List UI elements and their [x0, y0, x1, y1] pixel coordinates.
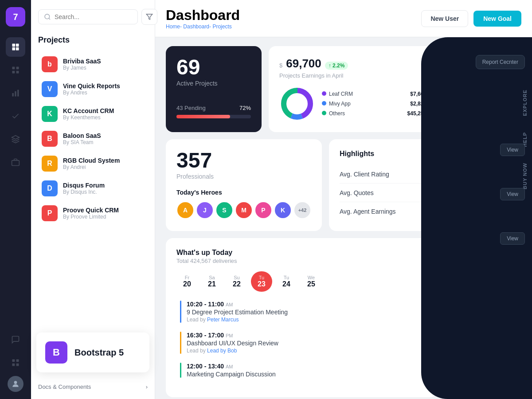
cal-day-21[interactable]: Sa 21: [201, 271, 223, 292]
vtab-explore[interactable]: Explore: [518, 82, 532, 124]
svg-rect-0: [12, 44, 16, 47]
event-lead-link-2[interactable]: Lead by Bob: [207, 348, 237, 354]
project-name: Baloon SaaS: [63, 132, 101, 139]
left-navigation: 7: [0, 0, 31, 399]
nav-icon-check[interactable]: [6, 106, 25, 126]
nav-icon-dashboard[interactable]: [6, 37, 25, 57]
event-bar-1: [180, 301, 181, 323]
project-info: Disqus Forum By Disqus Inc.: [63, 182, 105, 195]
project-icon: K: [42, 106, 58, 122]
new-goal-button[interactable]: New Goal: [473, 11, 521, 27]
heroes-label: Today's Heroes: [176, 189, 311, 196]
active-projects-label: Active Projects: [176, 80, 251, 87]
project-item[interactable]: b Briviba SaaS By James: [38, 52, 148, 77]
search-input[interactable]: [55, 13, 132, 20]
search-bar[interactable]: [38, 9, 138, 24]
cal-day-23-active[interactable]: Tu 23: [251, 271, 272, 292]
svg-rect-7: [16, 71, 19, 74]
project-by: By Andrei: [63, 164, 120, 170]
svg-point-18: [45, 14, 50, 19]
project-name: Briviba SaaS: [63, 58, 101, 65]
event-details-2: 16:30 - 17:00 PM Dashboard UI/UX Design …: [187, 332, 278, 354]
today-card: What's up Today Total 424,567 deliveries…: [166, 238, 437, 397]
content-area: 69 Active Projects 43 Pending 72%: [155, 37, 448, 399]
new-user-button[interactable]: New User: [421, 10, 468, 27]
project-name: RGB Cloud System: [63, 157, 120, 164]
cal-day-20[interactable]: Fr 20: [176, 271, 198, 292]
project-info: KC Account CRM By Keenthemes: [63, 107, 114, 121]
earnings-card: $ 69,700 ↑ 2.2% Projects Earnings in Apr…: [269, 46, 437, 132]
project-item[interactable]: B Baloon SaaS By SIA Team: [38, 126, 148, 151]
breadcrumb-text: Home- Dashboard- Projects: [166, 23, 232, 30]
svg-rect-14: [16, 360, 19, 362]
project-item[interactable]: D Disqus Forum By Disqus Inc.: [38, 176, 148, 201]
event-time-1: 10:20 - 11:00 AM: [187, 301, 288, 308]
project-icon: P: [42, 205, 58, 221]
nav-icon-layers[interactable]: [6, 129, 25, 149]
view-button-2[interactable]: View: [500, 188, 525, 200]
hero-avatar: K: [274, 201, 292, 219]
report-center-button[interactable]: Report Cecnter: [476, 55, 525, 69]
main-area: Dashboard Home- Dashboard- Projects New …: [155, 0, 532, 399]
view-button-1[interactable]: View: [500, 144, 525, 156]
nav-bottom-section: [6, 330, 25, 392]
event-item-3: 12:00 - 13:40 AM Marketing Campaign Disc…: [176, 363, 426, 378]
project-item[interactable]: R RGB Cloud System By Andrei: [38, 151, 148, 176]
project-by: By Andres: [63, 90, 120, 96]
progress-pct: 72%: [239, 105, 251, 111]
nav-icon-message[interactable]: [6, 330, 25, 349]
professionals-count: 357: [176, 150, 311, 171]
progress-row: 43 Pending 72%: [176, 105, 251, 111]
event-item-2: 16:30 - 17:00 PM Dashboard UI/UX Design …: [176, 332, 426, 354]
project-icon: B: [42, 131, 58, 147]
svg-rect-2: [12, 47, 16, 51]
vtabs-container: Explore Help Buy now: [518, 82, 532, 197]
project-item[interactable]: K KC Account CRM By Keenthemes: [38, 102, 148, 126]
mid-row: 357 Professionals Today's Heroes A J S M…: [166, 139, 437, 231]
sidebar-bottom-link[interactable]: Docs & Components ›: [38, 383, 148, 390]
bootstrap-icon: B: [45, 341, 67, 364]
cal-day-22[interactable]: Su 22: [226, 271, 247, 292]
project-item[interactable]: P Proove Quick CRM By Proove Limited: [38, 201, 148, 226]
project-icon: b: [42, 56, 58, 72]
active-projects-card: 69 Active Projects 43 Pending 72%: [166, 46, 262, 132]
project-name: Proove Quick CRM: [63, 207, 119, 214]
event-time-3: 12:00 - 13:40 AM: [187, 363, 276, 370]
nav-icon-briefcase[interactable]: [6, 153, 25, 172]
project-name: Disqus Forum: [63, 182, 105, 189]
right-dark-panel: Report Cecnter Explore Help Buy now View…: [448, 37, 532, 399]
event-title-1: 9 Degree Project Estimation Meeting: [187, 309, 288, 316]
project-item[interactable]: V Vine Quick Reports By Andres: [38, 77, 148, 102]
highlight-label-rating: Avg. Client Rating: [340, 171, 389, 178]
docs-link[interactable]: Docs & Components: [38, 383, 91, 390]
nav-icon-chart[interactable]: [6, 83, 25, 103]
cal-day-25[interactable]: We 25: [301, 271, 322, 292]
project-info: Baloon SaaS By SIA Team: [63, 132, 101, 145]
project-by: By Proove Limited: [63, 214, 119, 220]
svg-rect-16: [16, 364, 19, 366]
legend-item-leaf: Leaf CRM $7,660: [322, 91, 426, 97]
projects-list: b Briviba SaaS By James V Vine Quick Rep…: [38, 52, 148, 226]
svg-rect-8: [12, 93, 14, 97]
pending-text: Pending: [184, 105, 206, 111]
highlight-label-earnings: Avg. Agent Earnings: [340, 208, 396, 215]
hero-avatar: M: [235, 201, 253, 219]
avatars-row: A J S M P K +42: [176, 201, 311, 219]
nav-icon-grid[interactable]: [6, 60, 25, 80]
event-lead-link-1[interactable]: Peter Marcus: [207, 317, 239, 323]
project-by: By Keenthemes: [63, 114, 114, 121]
today-title: What's up Today: [176, 249, 426, 257]
event-details-1: 10:20 - 11:00 AM 9 Degree Project Estima…: [187, 301, 288, 323]
filter-button[interactable]: [141, 9, 157, 25]
nav-icon-grid2[interactable]: [6, 353, 25, 372]
bootstrap-overlay: B Bootstrap 5: [36, 332, 149, 372]
view-button-3[interactable]: View: [500, 232, 525, 245]
svg-rect-5: [16, 67, 19, 70]
arrow-right-icon: ›: [146, 383, 148, 390]
avatar[interactable]: [8, 376, 23, 392]
user-number-badge[interactable]: 7: [6, 7, 25, 27]
event-lead-1: Lead by Peter Marcus: [187, 317, 288, 323]
cal-day-24[interactable]: Tu 24: [276, 271, 297, 292]
legend-others-label: Others: [329, 110, 345, 117]
earnings-amount: 69,700: [286, 57, 321, 70]
